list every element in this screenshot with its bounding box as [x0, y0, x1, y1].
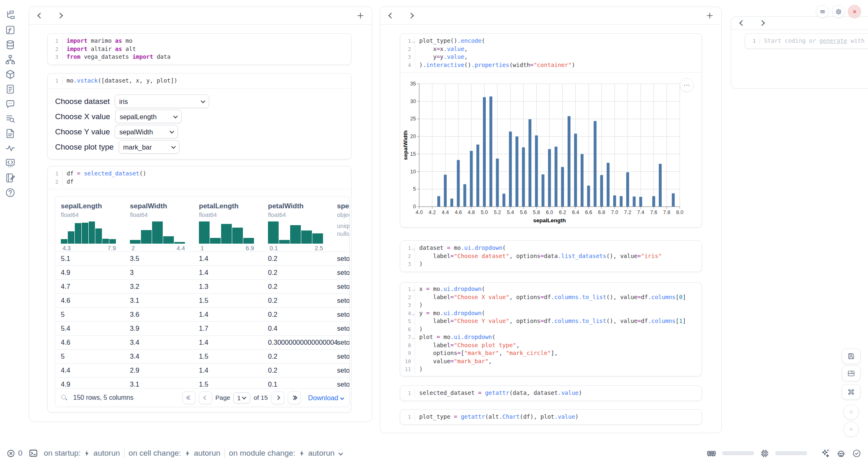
chevron-left-icon[interactable]: [738, 18, 747, 28]
fold-chevron-icon[interactable]: [412, 247, 415, 250]
download-button[interactable]: Download: [308, 394, 344, 402]
run-button[interactable]: [843, 422, 859, 437]
last-page-button[interactable]: [288, 391, 301, 404]
chevron-right-icon[interactable]: [757, 18, 766, 28]
play-icon: [847, 426, 855, 433]
file-tree-icon[interactable]: [5, 10, 16, 21]
page-select[interactable]: 1: [233, 392, 250, 403]
stop-button[interactable]: [843, 404, 859, 420]
cell-selected-dataset[interactable]: 1selected_dataset = getattr(data, datase…: [400, 385, 702, 401]
dropdown-select[interactable]: mark_bar: [119, 140, 180, 154]
chevron-left-icon[interactable]: [387, 11, 396, 20]
fold-chevron-icon[interactable]: [412, 40, 415, 43]
column-name[interactable]: petalWidth: [268, 202, 331, 210]
autorun-config[interactable]: on startup:autorun: [44, 449, 120, 458]
scratchpad-icon[interactable]: [5, 173, 16, 183]
column-histogram[interactable]: [199, 221, 254, 244]
column-histogram[interactable]: [130, 221, 185, 244]
menu-button[interactable]: [816, 5, 829, 18]
assistant-robot-icon[interactable]: [836, 448, 846, 459]
column-type: float64: [130, 212, 193, 218]
chevron-left-icon[interactable]: [36, 11, 45, 20]
settings-button[interactable]: [832, 5, 845, 18]
shutdown-button[interactable]: [848, 5, 861, 18]
cell-dataframe[interactable]: 1df = selected_dataset()2df sepalLengthf…: [47, 166, 351, 413]
packages-icon[interactable]: [5, 69, 16, 80]
fold-chevron-icon[interactable]: [412, 312, 415, 315]
y-tick-label: 5: [413, 186, 416, 192]
changelog-icon[interactable]: [5, 84, 16, 95]
chart-menu-button[interactable]: [680, 78, 694, 92]
histogram-bar: [75, 223, 81, 244]
prev-page-button[interactable]: [199, 391, 212, 404]
control-row: Choose plot typemark_bar: [55, 140, 351, 154]
y-tick-label: 35: [410, 81, 416, 87]
documentation-icon[interactable]: [5, 128, 16, 139]
table-cell: setosa: [331, 353, 350, 360]
code-editor[interactable]: 1df = selected_dataset()2df: [48, 166, 351, 189]
connected-check-icon[interactable]: [852, 449, 861, 458]
command-palette-button[interactable]: [842, 384, 861, 400]
fold-chevron-icon[interactable]: [412, 288, 415, 291]
logs-icon[interactable]: [5, 113, 16, 124]
search-icon[interactable]: [61, 394, 67, 401]
dependency-graph-icon[interactable]: [5, 54, 16, 65]
code-editor[interactable]: 1plot_type = getattr(alt.Chart(df), plot…: [400, 410, 702, 424]
cell-imports[interactable]: 1import marimo as mo2import altair as al…: [47, 33, 351, 65]
cell-plot-type[interactable]: 1plot_type = getattr(alt.Chart(df), plot…: [400, 409, 702, 425]
code-token: .columns: [648, 318, 675, 324]
snippets-icon[interactable]: [5, 158, 16, 168]
first-page-button[interactable]: [182, 391, 196, 404]
autorun-config[interactable]: on module change:autorun: [229, 449, 342, 458]
table-cell: 0.4: [262, 325, 331, 332]
tracing-icon[interactable]: [5, 143, 16, 154]
column-name[interactable]: petalLength: [199, 202, 262, 210]
altair-bar-chart[interactable]: 4.04.24.44.64.85.05.25.45.65.86.06.26.46…: [403, 75, 690, 228]
datasources-icon[interactable]: [5, 39, 16, 50]
column-name[interactable]: sepalWidth: [130, 202, 193, 210]
bar: [515, 136, 518, 207]
add-cell-icon[interactable]: [705, 11, 715, 21]
code-editor[interactable]: 1plot_type().encode(2 x=x.value,3 y=y.va…: [400, 34, 702, 72]
save-button[interactable]: [842, 348, 861, 364]
layout-button[interactable]: [842, 366, 861, 381]
dropdown-select[interactable]: sepalWidth: [115, 125, 178, 138]
code-text: plot = mo.ui.dropdown(: [415, 333, 495, 341]
help-icon[interactable]: [5, 187, 16, 198]
chevron-right-icon[interactable]: [406, 11, 416, 20]
line-number: 3: [49, 53, 62, 61]
status-separator: [224, 449, 225, 458]
column-name[interactable]: sepalLength: [61, 202, 124, 210]
table-cell: 3.6: [124, 311, 193, 318]
column-type: float64: [199, 212, 262, 218]
add-cell-icon[interactable]: [356, 11, 365, 21]
code-text: value="mark_bar",: [415, 357, 492, 366]
column-name[interactable]: species: [337, 202, 350, 210]
code-editor[interactable]: 1dataset = mo.ui.dropdown(2 label="Choos…: [400, 241, 702, 272]
ai-chat-icon[interactable]: [5, 99, 16, 109]
functions-icon[interactable]: [5, 25, 16, 35]
code-editor[interactable]: 1Start coding or generate with AI: [745, 34, 868, 48]
autorun-config[interactable]: on cell change:autorun: [129, 449, 220, 458]
dropdown-select[interactable]: iris: [115, 95, 209, 108]
column-histogram[interactable]: [61, 221, 116, 244]
cell-vstack[interactable]: 1mo.vstack([dataset, x, y, plot]) Choose…: [47, 73, 351, 159]
code-editor[interactable]: 1import marimo as mo2import altair as al…: [48, 34, 351, 65]
activity-sidebar: [0, 0, 21, 461]
fold-chevron-icon[interactable]: [412, 336, 415, 339]
code-editor[interactable]: 1mo.vstack([dataset, x, y, plot]): [48, 74, 351, 88]
errors-indicator[interactable]: 0: [7, 449, 23, 458]
cell-chart[interactable]: 1plot_type().encode(2 x=x.value,3 y=y.va…: [400, 33, 702, 228]
code-editor[interactable]: 1x = mo.ui.dropdown(2 label="Choose X va…: [400, 283, 702, 376]
column-histogram[interactable]: [268, 221, 323, 244]
cell-xy-plot-dropdowns[interactable]: 1x = mo.ui.dropdown(2 label="Choose X va…: [400, 282, 702, 376]
cell-empty-scratch[interactable]: 1Start coding or generate with AI: [745, 33, 868, 49]
chevron-right-icon[interactable]: [55, 11, 65, 20]
code-editor[interactable]: 1selected_dataset = getattr(data, datase…: [400, 386, 702, 401]
ai-sparkles-icon[interactable]: [820, 448, 830, 458]
next-page-button[interactable]: [271, 391, 284, 404]
table-footer: 150 rows, 5 columns Page 1 of 15 Downloa…: [55, 388, 349, 407]
cell-dataset-dropdown[interactable]: 1dataset = mo.ui.dropdown(2 label="Choos…: [400, 240, 702, 272]
terminal-button[interactable]: [28, 448, 38, 458]
dropdown-select[interactable]: sepalLength: [115, 110, 182, 123]
